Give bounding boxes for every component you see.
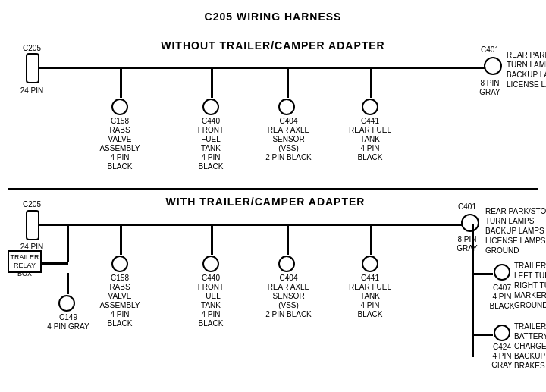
- bottom-c441-label: C441REAR FUELTANK4 PIN BLACK: [347, 274, 393, 319]
- top-section-label: WITHOUT TRAILER/CAMPER ADAPTER: [91, 39, 455, 52]
- c149-label: C1494 PIN GRAY: [46, 313, 91, 331]
- bottom-c205-connector: [26, 210, 39, 240]
- bottom-c404-label: C404REAR AXLESENSOR(VSS)2 PIN BLACK: [264, 274, 313, 319]
- top-c441-connector: [362, 99, 378, 115]
- bottom-c441-connector: [362, 256, 378, 272]
- bottom-c401-side-label: REAR PARK/STOPTURN LAMPSBACKUP LAMPSLICE…: [485, 206, 546, 256]
- top-c205-pin: 24 PIN: [17, 86, 47, 96]
- bottom-c404-vline: [287, 224, 289, 255]
- page-title: C205 WIRING HARNESS: [0, 5, 546, 23]
- top-c440-connector: [202, 99, 219, 115]
- bottom-c441-vline: [370, 224, 372, 255]
- c407-connector: [494, 264, 510, 281]
- top-c205-label: C205: [17, 44, 47, 53]
- section-divider: [8, 188, 538, 190]
- c149-connector: [58, 295, 75, 312]
- top-c158-label: C158RABS VALVEASSEMBLY4 PIN BLACK: [97, 117, 143, 171]
- bottom-c158-label: C158RABS VALVEASSEMBLY4 PIN BLACK: [97, 274, 143, 328]
- c407-label: C4074 PINBLACK: [486, 284, 518, 311]
- top-main-hline: [39, 67, 496, 69]
- c149-vline: [67, 273, 69, 294]
- top-c441-label: C441REAR FUELTANK4 PIN BLACK: [347, 117, 393, 162]
- top-c158-vline: [120, 67, 122, 98]
- top-c404-vline: [287, 67, 289, 98]
- top-c401-side-label: REAR PARK/STOPTURN LAMPSBACKUP LAMPSLICE…: [507, 50, 546, 89]
- trailer-relay-hline: [39, 262, 68, 265]
- right-branch-vline: [472, 224, 474, 357]
- trailer-relay-vline: [67, 224, 69, 262]
- bottom-main-hline: [39, 224, 472, 226]
- top-c440-label: C440FRONT FUELTANK4 PIN BLACK: [188, 117, 234, 171]
- wiring-diagram: C205 WIRING HARNESS WITHOUT TRAILER/CAMP…: [0, 0, 546, 392]
- c407-hline: [472, 273, 493, 275]
- bottom-section-label: WITH TRAILER/CAMPER ADAPTER: [76, 196, 455, 208]
- bottom-c401-label: C401: [453, 202, 481, 212]
- top-c401-connector: [484, 57, 502, 75]
- bottom-c440-vline: [211, 224, 213, 255]
- top-c440-vline: [211, 67, 213, 98]
- top-c205-connector: [26, 53, 39, 83]
- top-c441-vline: [370, 67, 372, 98]
- c424-hline: [472, 334, 493, 336]
- bottom-c158-vline: [120, 224, 122, 255]
- trailer-relay-box: TRAILERRELAYBOX: [8, 250, 42, 273]
- top-c158-connector: [111, 99, 128, 115]
- c424-label: C4244 PINGRAY: [486, 343, 518, 370]
- top-c401-pin: 8 PINGRAY: [475, 79, 505, 97]
- top-c404-label: C404REAR AXLESENSOR(VSS)2 PIN BLACK: [264, 117, 313, 162]
- c407-side-label: TRAILER WIRESLEFT TURNRIGHT TURNMARKERGR…: [514, 261, 546, 310]
- top-c401-label: C401: [476, 45, 504, 55]
- bottom-c205-label: C205: [17, 200, 47, 209]
- bottom-c440-connector: [202, 256, 219, 272]
- bottom-c401-connector: [461, 214, 479, 232]
- bottom-c401-pin: 8 PINGRAY: [452, 235, 482, 253]
- top-c404-connector: [278, 99, 295, 115]
- c424-side-label: TRAILER WIRESBATTERY CHARGEBACKUPBRAKES: [514, 321, 546, 371]
- bottom-c158-connector: [111, 256, 128, 272]
- bottom-c404-connector: [278, 256, 295, 272]
- bottom-c440-label: C440FRONT FUELTANK4 PIN BLACK: [188, 274, 234, 328]
- c424-connector: [494, 325, 510, 341]
